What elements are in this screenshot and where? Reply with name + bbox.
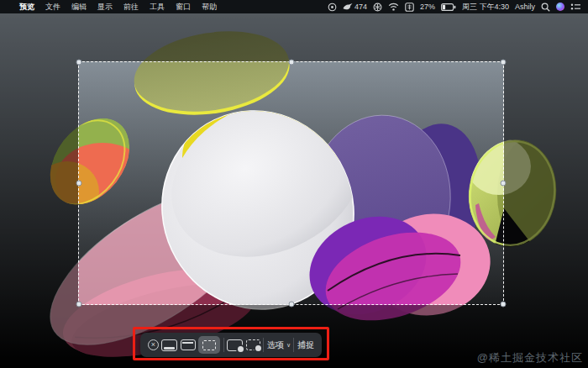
- capture-label: 捕捉: [297, 339, 314, 351]
- selection-region[interactable]: [78, 61, 504, 305]
- selection-handle-top-right[interactable]: [501, 60, 507, 66]
- bird-count-label: 474: [354, 3, 367, 11]
- capture-selection-icon: [202, 340, 216, 350]
- status-circle-icon[interactable]: [328, 3, 337, 12]
- selection-handle-middle-left[interactable]: [76, 181, 82, 187]
- clock-label[interactable]: 周三 下午4:30: [462, 2, 509, 13]
- options-button[interactable]: 选项 ∨: [267, 339, 291, 351]
- record-screen-icon: [227, 339, 243, 351]
- toolbar-divider: [223, 338, 224, 352]
- battery-percent-label: 27%: [420, 3, 435, 11]
- shutter-icon[interactable]: [373, 3, 382, 12]
- siri-icon[interactable]: [556, 3, 564, 11]
- record-entire-screen-button[interactable]: [227, 339, 243, 351]
- selection-handle-bottom-left[interactable]: [76, 302, 82, 308]
- menu-item-tools[interactable]: 工具: [150, 2, 165, 13]
- menu-item-view[interactable]: 显示: [97, 2, 113, 13]
- chevron-down-icon: ∨: [286, 342, 291, 349]
- selection-handle-top-center[interactable]: [288, 60, 294, 66]
- capture-window-button[interactable]: [181, 339, 196, 350]
- menu-item-edit[interactable]: 编辑: [71, 2, 87, 13]
- toolbar-divider: [293, 338, 294, 352]
- record-selection-icon: [246, 339, 260, 350]
- selection-handle-bottom-right[interactable]: [501, 302, 507, 308]
- control-center-icon[interactable]: [570, 3, 581, 11]
- wifi-icon[interactable]: [388, 3, 399, 11]
- watermark: @稀土掘金技术社区: [477, 350, 583, 365]
- selection-handle-middle-right[interactable]: [501, 181, 507, 187]
- selection-handle-top-left[interactable]: [76, 60, 82, 66]
- toolbar-divider: [263, 338, 264, 352]
- search-icon[interactable]: [541, 3, 550, 12]
- menu-bar: 预览 文件 编辑 显示 前往 工具 窗口 帮助 474 27% 周三 下午4:3…: [0, 0, 588, 13]
- battery-icon[interactable]: [441, 3, 456, 11]
- bird-monitor-icon[interactable]: 474: [343, 3, 367, 11]
- menu-item-file[interactable]: 文件: [45, 2, 60, 13]
- screenshot-toolbar: 选项 ∨ 捕捉: [140, 333, 322, 357]
- menu-item-window[interactable]: 窗口: [176, 2, 191, 13]
- input-method-icon[interactable]: [405, 3, 414, 12]
- capture-selection-button[interactable]: [198, 336, 220, 354]
- options-label: 选项: [267, 339, 284, 351]
- menu-item-preview[interactable]: 预览: [19, 2, 34, 13]
- menu-item-help[interactable]: 帮助: [202, 2, 217, 13]
- close-button[interactable]: [148, 339, 159, 350]
- menu-item-go[interactable]: 前往: [123, 2, 139, 13]
- username-label[interactable]: Ashily: [515, 3, 535, 11]
- close-icon: [148, 339, 159, 350]
- capture-entire-screen-button[interactable]: [161, 339, 177, 351]
- capture-button[interactable]: 捕捉: [297, 339, 314, 351]
- record-selection-button[interactable]: [246, 339, 260, 350]
- capture-window-icon: [181, 339, 196, 350]
- capture-screen-icon: [161, 339, 177, 351]
- selection-handle-bottom-center[interactable]: [288, 302, 294, 308]
